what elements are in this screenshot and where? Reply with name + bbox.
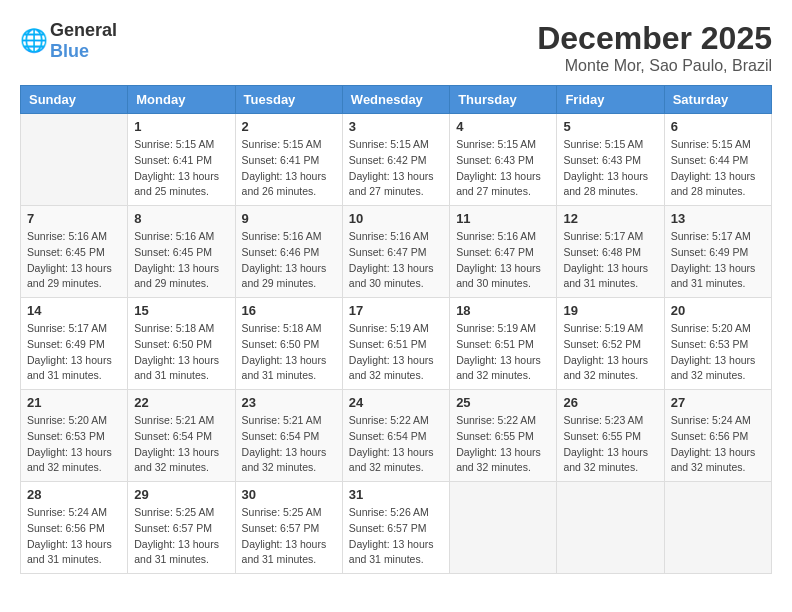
calendar-day-cell: 3 Sunrise: 5:15 AMSunset: 6:42 PMDayligh… (342, 114, 449, 206)
day-number: 2 (242, 119, 336, 134)
calendar-day-cell (21, 114, 128, 206)
day-info: Sunrise: 5:15 AMSunset: 6:42 PMDaylight:… (349, 137, 443, 200)
day-info: Sunrise: 5:16 AMSunset: 6:47 PMDaylight:… (349, 229, 443, 292)
calendar-day-cell: 16 Sunrise: 5:18 AMSunset: 6:50 PMDaylig… (235, 298, 342, 390)
svg-text:🌐: 🌐 (20, 27, 48, 54)
day-info: Sunrise: 5:19 AMSunset: 6:51 PMDaylight:… (456, 321, 550, 384)
day-info: Sunrise: 5:20 AMSunset: 6:53 PMDaylight:… (671, 321, 765, 384)
calendar-day-cell: 5 Sunrise: 5:15 AMSunset: 6:43 PMDayligh… (557, 114, 664, 206)
day-info: Sunrise: 5:16 AMSunset: 6:46 PMDaylight:… (242, 229, 336, 292)
day-number: 17 (349, 303, 443, 318)
calendar-day-cell: 20 Sunrise: 5:20 AMSunset: 6:53 PMDaylig… (664, 298, 771, 390)
calendar-day-cell (664, 482, 771, 574)
day-info: Sunrise: 5:24 AMSunset: 6:56 PMDaylight:… (671, 413, 765, 476)
calendar-day-cell (450, 482, 557, 574)
month-title: December 2025 (537, 20, 772, 57)
day-number: 6 (671, 119, 765, 134)
day-number: 10 (349, 211, 443, 226)
day-number: 24 (349, 395, 443, 410)
calendar-day-cell: 30 Sunrise: 5:25 AMSunset: 6:57 PMDaylig… (235, 482, 342, 574)
day-info: Sunrise: 5:17 AMSunset: 6:49 PMDaylight:… (27, 321, 121, 384)
calendar-day-cell: 25 Sunrise: 5:22 AMSunset: 6:55 PMDaylig… (450, 390, 557, 482)
calendar-day-cell: 26 Sunrise: 5:23 AMSunset: 6:55 PMDaylig… (557, 390, 664, 482)
logo-blue: Blue (50, 41, 89, 61)
calendar-day-cell: 12 Sunrise: 5:17 AMSunset: 6:48 PMDaylig… (557, 206, 664, 298)
day-info: Sunrise: 5:19 AMSunset: 6:52 PMDaylight:… (563, 321, 657, 384)
calendar-day-cell: 6 Sunrise: 5:15 AMSunset: 6:44 PMDayligh… (664, 114, 771, 206)
title-section: December 2025 Monte Mor, Sao Paulo, Braz… (537, 20, 772, 75)
day-info: Sunrise: 5:22 AMSunset: 6:54 PMDaylight:… (349, 413, 443, 476)
calendar-day-cell: 15 Sunrise: 5:18 AMSunset: 6:50 PMDaylig… (128, 298, 235, 390)
calendar-header-row: SundayMondayTuesdayWednesdayThursdayFrid… (21, 86, 772, 114)
day-number: 22 (134, 395, 228, 410)
day-info: Sunrise: 5:25 AMSunset: 6:57 PMDaylight:… (242, 505, 336, 568)
weekday-header: Sunday (21, 86, 128, 114)
calendar-day-cell: 28 Sunrise: 5:24 AMSunset: 6:56 PMDaylig… (21, 482, 128, 574)
day-number: 3 (349, 119, 443, 134)
calendar-day-cell: 11 Sunrise: 5:16 AMSunset: 6:47 PMDaylig… (450, 206, 557, 298)
day-number: 13 (671, 211, 765, 226)
calendar-day-cell: 31 Sunrise: 5:26 AMSunset: 6:57 PMDaylig… (342, 482, 449, 574)
day-info: Sunrise: 5:24 AMSunset: 6:56 PMDaylight:… (27, 505, 121, 568)
day-info: Sunrise: 5:18 AMSunset: 6:50 PMDaylight:… (242, 321, 336, 384)
day-number: 16 (242, 303, 336, 318)
page-header: 🌐 General Blue December 2025 Monte Mor, … (20, 20, 772, 75)
day-info: Sunrise: 5:16 AMSunset: 6:47 PMDaylight:… (456, 229, 550, 292)
day-number: 18 (456, 303, 550, 318)
day-info: Sunrise: 5:16 AMSunset: 6:45 PMDaylight:… (27, 229, 121, 292)
calendar-day-cell: 19 Sunrise: 5:19 AMSunset: 6:52 PMDaylig… (557, 298, 664, 390)
calendar-day-cell: 4 Sunrise: 5:15 AMSunset: 6:43 PMDayligh… (450, 114, 557, 206)
calendar-day-cell: 7 Sunrise: 5:16 AMSunset: 6:45 PMDayligh… (21, 206, 128, 298)
day-number: 15 (134, 303, 228, 318)
day-number: 23 (242, 395, 336, 410)
day-number: 9 (242, 211, 336, 226)
day-info: Sunrise: 5:23 AMSunset: 6:55 PMDaylight:… (563, 413, 657, 476)
calendar-week-row: 14 Sunrise: 5:17 AMSunset: 6:49 PMDaylig… (21, 298, 772, 390)
calendar-day-cell: 17 Sunrise: 5:19 AMSunset: 6:51 PMDaylig… (342, 298, 449, 390)
logo-icon: 🌐 (20, 27, 48, 55)
logo: 🌐 General Blue (20, 20, 117, 62)
day-number: 19 (563, 303, 657, 318)
calendar-day-cell: 22 Sunrise: 5:21 AMSunset: 6:54 PMDaylig… (128, 390, 235, 482)
calendar-week-row: 7 Sunrise: 5:16 AMSunset: 6:45 PMDayligh… (21, 206, 772, 298)
day-info: Sunrise: 5:25 AMSunset: 6:57 PMDaylight:… (134, 505, 228, 568)
day-info: Sunrise: 5:15 AMSunset: 6:43 PMDaylight:… (563, 137, 657, 200)
location-title: Monte Mor, Sao Paulo, Brazil (537, 57, 772, 75)
day-info: Sunrise: 5:26 AMSunset: 6:57 PMDaylight:… (349, 505, 443, 568)
calendar-day-cell: 18 Sunrise: 5:19 AMSunset: 6:51 PMDaylig… (450, 298, 557, 390)
day-info: Sunrise: 5:17 AMSunset: 6:48 PMDaylight:… (563, 229, 657, 292)
weekday-header: Thursday (450, 86, 557, 114)
weekday-header: Friday (557, 86, 664, 114)
calendar-day-cell: 13 Sunrise: 5:17 AMSunset: 6:49 PMDaylig… (664, 206, 771, 298)
day-info: Sunrise: 5:19 AMSunset: 6:51 PMDaylight:… (349, 321, 443, 384)
calendar-table: SundayMondayTuesdayWednesdayThursdayFrid… (20, 85, 772, 574)
calendar-week-row: 21 Sunrise: 5:20 AMSunset: 6:53 PMDaylig… (21, 390, 772, 482)
day-info: Sunrise: 5:15 AMSunset: 6:41 PMDaylight:… (242, 137, 336, 200)
day-info: Sunrise: 5:21 AMSunset: 6:54 PMDaylight:… (242, 413, 336, 476)
day-number: 1 (134, 119, 228, 134)
calendar-day-cell: 9 Sunrise: 5:16 AMSunset: 6:46 PMDayligh… (235, 206, 342, 298)
day-number: 27 (671, 395, 765, 410)
day-info: Sunrise: 5:16 AMSunset: 6:45 PMDaylight:… (134, 229, 228, 292)
calendar-day-cell: 1 Sunrise: 5:15 AMSunset: 6:41 PMDayligh… (128, 114, 235, 206)
calendar-day-cell: 24 Sunrise: 5:22 AMSunset: 6:54 PMDaylig… (342, 390, 449, 482)
calendar-day-cell: 23 Sunrise: 5:21 AMSunset: 6:54 PMDaylig… (235, 390, 342, 482)
day-info: Sunrise: 5:22 AMSunset: 6:55 PMDaylight:… (456, 413, 550, 476)
day-number: 11 (456, 211, 550, 226)
day-number: 4 (456, 119, 550, 134)
day-info: Sunrise: 5:15 AMSunset: 6:41 PMDaylight:… (134, 137, 228, 200)
day-number: 30 (242, 487, 336, 502)
day-info: Sunrise: 5:17 AMSunset: 6:49 PMDaylight:… (671, 229, 765, 292)
calendar-day-cell: 27 Sunrise: 5:24 AMSunset: 6:56 PMDaylig… (664, 390, 771, 482)
weekday-header: Monday (128, 86, 235, 114)
day-info: Sunrise: 5:21 AMSunset: 6:54 PMDaylight:… (134, 413, 228, 476)
calendar-day-cell: 2 Sunrise: 5:15 AMSunset: 6:41 PMDayligh… (235, 114, 342, 206)
day-number: 5 (563, 119, 657, 134)
day-info: Sunrise: 5:15 AMSunset: 6:44 PMDaylight:… (671, 137, 765, 200)
day-number: 8 (134, 211, 228, 226)
calendar-week-row: 1 Sunrise: 5:15 AMSunset: 6:41 PMDayligh… (21, 114, 772, 206)
day-number: 31 (349, 487, 443, 502)
day-info: Sunrise: 5:18 AMSunset: 6:50 PMDaylight:… (134, 321, 228, 384)
calendar-day-cell: 10 Sunrise: 5:16 AMSunset: 6:47 PMDaylig… (342, 206, 449, 298)
day-number: 26 (563, 395, 657, 410)
